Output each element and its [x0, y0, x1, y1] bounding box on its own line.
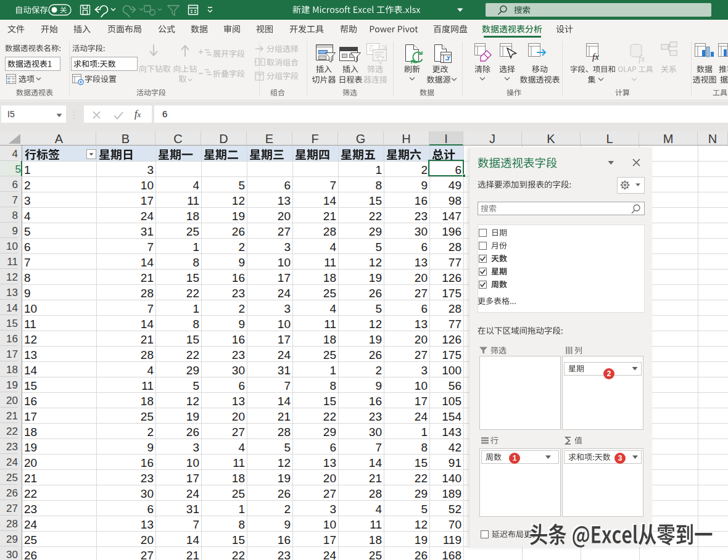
svg-text:fx: fx	[592, 52, 599, 62]
svg-text:fx: fx	[639, 54, 645, 64]
svg-text:7: 7	[258, 74, 262, 81]
